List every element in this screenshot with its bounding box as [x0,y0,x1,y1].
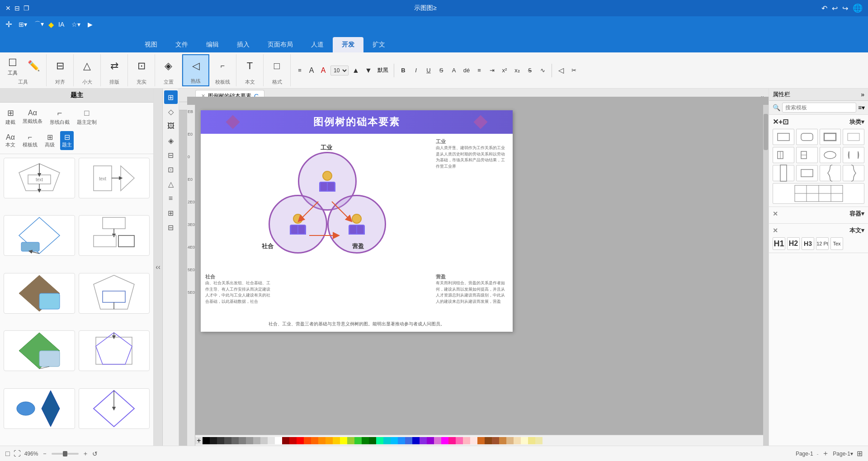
undo-icon[interactable]: ↩ [832,4,838,13]
sidebar-expand-btn[interactable]: ⊟ [164,221,178,234]
color-swatch[interactable] [398,437,405,444]
tab-human[interactable]: 人道 [302,37,333,52]
color-swatch[interactable] [362,437,369,444]
tab-develop[interactable]: 开发 [333,37,363,52]
color-swatch[interactable] [477,437,485,444]
search-input[interactable] [782,103,856,113]
layout-btn[interactable]: ⇄ [105,59,123,74]
color-swatch[interactable] [514,437,521,444]
block-split-h[interactable] [796,147,818,163]
shape-item-rect-flow[interactable] [79,215,150,256]
shape-item-diamond[interactable] [4,215,75,256]
container-close-icon[interactable]: ✕ [773,210,778,217]
full-screen-btn[interactable]: ⛶ [14,450,21,458]
shape-item-blue-2[interactable] [79,388,150,429]
block-brace-l[interactable] [820,165,841,181]
layout-toggle-btn[interactable]: ⊞ [857,449,863,458]
minimize-btn[interactable]: ⊟ [14,5,20,12]
align-left-btn[interactable]: ≡ [294,65,305,76]
block-grid-1[interactable] [773,183,864,204]
color-swatch[interactable] [347,437,354,444]
font-decr-btn[interactable]: ▼ [363,65,374,76]
color-palette-expand-btn[interactable]: + [195,437,203,444]
color-swatch[interactable] [405,437,412,444]
color-swatch[interactable] [217,437,224,444]
text-section-close-icon[interactable]: ✕ [773,227,778,234]
superscript-btn[interactable]: x² [499,65,510,76]
color-swatch[interactable] [448,437,456,444]
tab-file[interactable]: 文件 [166,37,197,52]
color-swatch[interactable] [203,437,210,444]
right-panel-expand-icon[interactable]: » [861,91,864,98]
type-topic[interactable]: ⊟ 题主 [60,131,74,150]
active-tool-btn[interactable]: ◁ [187,59,205,74]
edge-tool-btn[interactable]: ⌒▾ [32,19,47,29]
color-swatch[interactable] [231,437,239,444]
position-btn[interactable]: ◈ [160,59,178,74]
sidebar-note-btn[interactable]: ≡ [164,192,178,205]
color-swatch[interactable] [282,437,289,444]
pencil-btn[interactable]: ✏️ [24,59,42,74]
shape-item-flowchart[interactable]: text [4,158,75,198]
align-btn[interactable]: ⊟ [51,59,69,74]
select-btn[interactable]: ☐ 工具 [4,56,22,77]
tab-expand[interactable]: 扩文 [363,37,394,52]
color-swatch[interactable] [383,437,391,444]
color-swatch[interactable] [210,437,217,444]
sidebar-select-btn[interactable]: ◇ [164,105,178,118]
text-normal-btn[interactable]: Tex [830,237,843,250]
zoom-thumb[interactable] [63,451,67,456]
color-swatch[interactable] [376,437,383,444]
block-thin[interactable] [843,129,864,145]
color-swatch[interactable] [420,437,427,444]
fit-page-btn[interactable]: □ [5,450,10,458]
canvas-scrollbar-v[interactable] [763,105,769,446]
filter-icon[interactable]: ≡▾ [858,104,865,111]
indent-btn[interactable]: ⇥ [486,65,497,76]
block-split-v[interactable] [773,147,794,163]
block-wide-rect[interactable] [796,165,818,181]
shape-item-process[interactable]: text [79,158,150,198]
strikethrough-btn[interactable]: S [436,65,447,76]
sidebar-layer-btn[interactable]: ◈ [164,134,178,147]
close-btn[interactable]: ✕ [5,5,11,12]
sidebar-search-btn[interactable]: △ [164,177,178,191]
zoom-in-btn[interactable]: ＋ [82,450,89,458]
sidebar-image-btn[interactable]: 🖼 [164,119,178,133]
tab-edit[interactable]: 编辑 [197,37,228,52]
color-swatch[interactable] [318,437,326,444]
text-h1-btn[interactable]: H1 [773,237,785,250]
text-btn[interactable]: T [241,59,259,74]
align-right-btn[interactable]: A [318,65,329,76]
color-swatch[interactable] [297,437,304,444]
format-btn[interactable]: □ [268,59,286,74]
block-tall-rect[interactable] [773,165,794,181]
color-swatch[interactable] [304,437,311,444]
block-oval[interactable] [820,147,841,163]
bold-btn[interactable]: B [398,65,409,76]
font-incr-btn[interactable]: ▲ [350,65,361,76]
color-swatch[interactable] [506,437,514,444]
block-thick[interactable] [820,129,841,145]
color-swatch[interactable] [369,437,376,444]
text-h3-btn[interactable]: H3 [802,237,814,250]
block-bracket[interactable] [843,147,864,163]
block-rounded[interactable] [796,129,818,145]
color-swatch[interactable] [521,437,528,444]
color-swatch[interactable] [441,437,448,444]
subscript-btn[interactable]: x₂ [512,65,523,76]
italic-btn[interactable]: I [410,65,421,76]
sidebar-plugin-btn[interactable]: ⊞ [164,206,178,220]
color-swatch[interactable] [260,437,268,444]
color-swatch[interactable] [246,437,253,444]
color-swatch[interactable] [253,437,260,444]
text-h2-btn[interactable]: H2 [787,237,800,250]
reset-zoom-btn[interactable]: ↺ [92,450,98,457]
color-swatch[interactable] [485,437,492,444]
color-swatch[interactable] [239,437,246,444]
highlight-btn[interactable]: dé [461,65,472,76]
list-btn[interactable]: ≡ [474,65,485,76]
fill-btn[interactable]: ⊡ [132,59,151,74]
sidebar-table-btn[interactable]: ⊟ [164,148,178,162]
color-swatch[interactable] [412,437,420,444]
